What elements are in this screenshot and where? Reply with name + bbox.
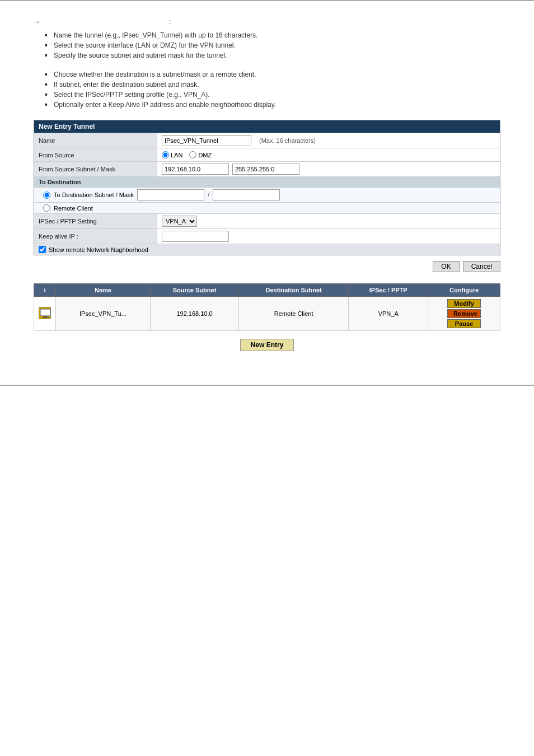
bullet-item-1: Name the tunnel (e.g., IPsec_VPN_Tunnel)…: [45, 31, 500, 39]
bullet-list-group1: Name the tunnel (e.g., IPsec_VPN_Tunnel)…: [34, 31, 500, 59]
name-value: (Max. 16 characters): [157, 133, 500, 148]
col-ipsec-pptp: IPSec / PPTP: [349, 284, 428, 297]
lan-radio[interactable]: [162, 151, 169, 158]
svg-rect-0: [40, 309, 50, 316]
vpn-tunnel-icon: [39, 307, 51, 319]
remote-client-label: Remote Client: [54, 205, 93, 212]
from-source-value: LAN DMZ: [157, 148, 500, 161]
colon-text: :: [169, 18, 171, 26]
row-dest-subnet: Remote Client: [239, 297, 349, 331]
remote-client-radio[interactable]: [43, 204, 50, 212]
row-icon-cell: [34, 297, 56, 331]
modify-button[interactable]: Modify: [447, 299, 481, 308]
svg-rect-2: [42, 317, 49, 318]
lan-radio-label[interactable]: LAN: [162, 151, 182, 158]
vpn-table: i Name Source Subnet Destination Subnet …: [34, 283, 500, 331]
row-configure: Modify Remove Pause: [428, 297, 500, 331]
new-entry-button[interactable]: New Entry: [240, 339, 294, 351]
ipsec-label: IPSec / PFTP Setting: [34, 214, 157, 228]
to-destination-header: To Destination: [34, 176, 500, 187]
ipsec-value: VPN_A VPN_B: [157, 214, 500, 228]
bullet-list-group2: Choose whether the destination is a subn…: [34, 71, 500, 109]
pause-button[interactable]: Pause: [447, 319, 481, 328]
tunnel-form: New Entry Tunnel Name (Max. 16 character…: [34, 120, 500, 255]
form-row-source-subnet: From Source Subnet / Mask: [34, 161, 500, 176]
keepalive-label: Keep alive IP :: [34, 229, 157, 244]
dmz-radio[interactable]: [189, 151, 196, 158]
ok-cancel-row: OK Cancel: [34, 261, 500, 272]
col-source-subnet: Source Subnet: [150, 284, 238, 297]
form-row-ipsec: IPSec / PFTP Setting VPN_A VPN_B: [34, 213, 500, 228]
col-name: Name: [56, 284, 151, 297]
configure-buttons: Modify Remove Pause: [433, 299, 495, 328]
dmz-radio-label[interactable]: DMZ: [189, 151, 212, 158]
bullet-item-4: Choose whether the destination is a subn…: [45, 71, 500, 78]
name-input[interactable]: [162, 135, 251, 146]
svg-rect-1: [44, 316, 47, 317]
from-source-label: From Source: [34, 148, 157, 161]
row-name: IPsec_VPN_Tu...: [56, 297, 151, 331]
ok-button[interactable]: OK: [433, 261, 459, 272]
ipsec-select[interactable]: VPN_A VPN_B: [162, 216, 197, 227]
bottom-border: [0, 385, 534, 386]
top-border: [0, 0, 534, 1]
dest-subnet-radio[interactable]: [43, 192, 50, 199]
show-neighborhood-label: Show remote Network Naghborhood: [49, 246, 148, 253]
dest-subnet-input[interactable]: [137, 189, 204, 200]
arrow-text: →: [34, 18, 40, 26]
remove-button[interactable]: Remove: [447, 309, 481, 318]
col-configure: Configure: [428, 284, 500, 297]
source-subnet-label: From Source Subnet / Mask: [34, 162, 157, 176]
form-row-keepalive: Keep alive IP :: [34, 228, 500, 244]
vpn-icon-svg: [39, 307, 51, 320]
dmz-label: DMZ: [198, 152, 212, 158]
form-row-name: Name (Max. 16 characters): [34, 133, 500, 148]
source-radio-group: LAN DMZ: [162, 151, 212, 158]
col-dest-subnet: Destination Subnet: [239, 284, 349, 297]
table-header-row: i Name Source Subnet Destination Subnet …: [34, 284, 500, 297]
name-hint: (Max. 16 characters): [259, 137, 316, 144]
keepalive-input[interactable]: [162, 231, 229, 242]
intro-line: → :: [34, 18, 500, 26]
col-i: i: [34, 284, 56, 297]
dest-subnet-row: To Destination Subnet / Mask /: [34, 187, 500, 202]
remote-client-row: Remote Client: [34, 202, 500, 213]
slash-sep: /: [208, 191, 209, 199]
tunnel-form-title: New Entry Tunnel: [34, 120, 500, 133]
row-source-subnet: 192.168.10.0: [150, 297, 238, 331]
dest-subnet-label: To Destination Subnet / Mask: [54, 192, 134, 198]
new-entry-row: New Entry: [34, 339, 500, 351]
source-subnet-value: [157, 162, 500, 176]
table-row: IPsec_VPN_Tu... 192.168.10.0 Remote Clie…: [34, 297, 500, 331]
lan-label: LAN: [171, 152, 182, 158]
bullet-item-2: Select the source interface (LAN or DMZ)…: [45, 41, 500, 49]
keepalive-value: [157, 229, 500, 244]
row-ipsec-pptp: VPN_A: [349, 297, 428, 331]
name-label: Name: [34, 133, 157, 148]
bullet-item-7: Optionally enter a Keep Alive IP address…: [45, 101, 500, 109]
form-row-from-source: From Source LAN DMZ: [34, 148, 500, 161]
dest-mask-input[interactable]: [213, 189, 280, 200]
show-neighborhood-checkbox[interactable]: [39, 246, 46, 253]
bullet-item-3: Specify the source subnet and subnet mas…: [45, 52, 500, 59]
bullet-item-6: Select the IPSec/PPTP setting profile (e…: [45, 91, 500, 99]
checkbox-row: Show remote Network Naghborhood: [34, 244, 500, 255]
source-subnet-input[interactable]: [162, 164, 229, 175]
cancel-button[interactable]: Cancel: [463, 261, 500, 272]
source-mask-input[interactable]: [232, 164, 299, 175]
bullet-item-5: If subnet, enter the destination subnet …: [45, 81, 500, 88]
